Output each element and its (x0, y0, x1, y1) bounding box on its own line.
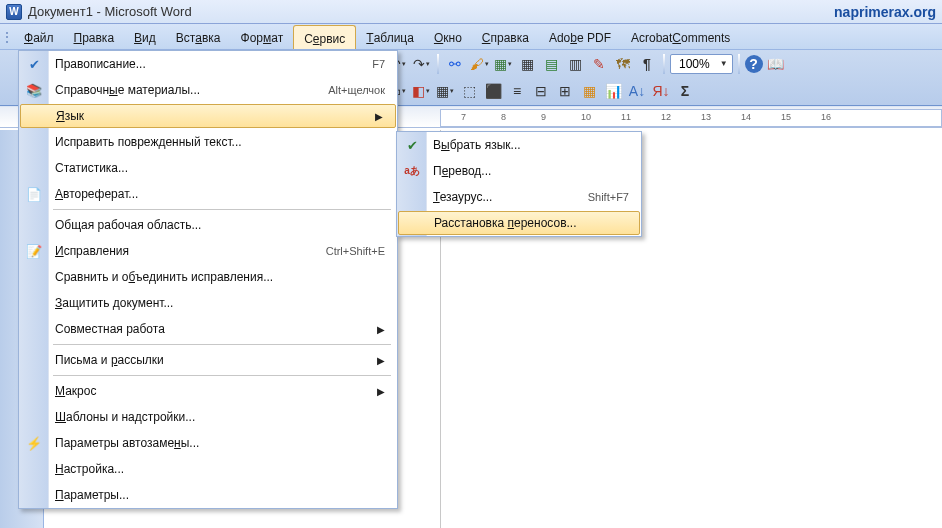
menu-item-fix-text[interactable]: Исправить поврежденный текст... (19, 129, 397, 155)
split-cells-button[interactable]: ⬛ (482, 80, 504, 102)
menu-item-options[interactable]: Параметры... (19, 482, 397, 508)
menu-item-letters-mailings[interactable]: Письма и рассылки ▶ (19, 347, 397, 373)
chart-button[interactable]: 📊 (602, 80, 624, 102)
autosum-button[interactable]: Σ (674, 80, 696, 102)
menu-item-compare-merge[interactable]: Сравнить и объединить исправления... (19, 264, 397, 290)
sort-desc-button[interactable]: Я↓ (650, 80, 672, 102)
drawing-button[interactable]: ✎ (588, 53, 610, 75)
translate-icon: aあ (403, 162, 421, 180)
submenu-arrow-icon: ▶ (377, 386, 385, 397)
toolbar-separator (437, 54, 439, 74)
submenu-arrow-icon: ▶ (377, 324, 385, 335)
menu-item-autosummary[interactable]: 📄 Автореферат... (19, 181, 397, 207)
menu-service[interactable]: Сервис (293, 25, 356, 49)
chevron-down-icon: ▼ (720, 59, 728, 68)
menu-item-macro[interactable]: Макрос ▶ (19, 378, 397, 404)
menu-item-translate[interactable]: aあ Перевод... (397, 158, 641, 184)
menu-bar: Файл Правка Вид Вставка Формат Сервис Та… (0, 24, 942, 50)
tables-borders-button[interactable]: ▦ (492, 53, 514, 75)
distribute-cols-button[interactable]: ⊞ (554, 80, 576, 102)
menu-item-shared-workspace[interactable]: Общая рабочая область... (19, 212, 397, 238)
sort-asc-button[interactable]: A↓ (626, 80, 648, 102)
hyperlink-button[interactable]: ⚯ (444, 53, 466, 75)
show-hide-button[interactable]: ¶ (636, 53, 658, 75)
menu-item-reference[interactable]: 📚 Справочные материалы... Alt+щелчок (19, 77, 397, 103)
lightning-icon: ⚡ (25, 434, 43, 452)
menu-edit[interactable]: Правка (64, 24, 125, 49)
menu-item-hyphenation[interactable]: Расстановка переносов... (398, 211, 640, 235)
insert-table-button[interactable]: ▦ (516, 53, 538, 75)
menu-item-templates-addins[interactable]: Шаблоны и надстройки... (19, 404, 397, 430)
read-mode-button[interactable]: 📖 (765, 53, 787, 75)
toolbar-separator (663, 54, 665, 74)
menu-item-choose-language[interactable]: ✔ Выбрать язык... (397, 132, 641, 158)
toolbar-separator (738, 54, 740, 74)
distribute-rows-button[interactable]: ⊟ (530, 80, 552, 102)
redo-button[interactable]: ↷ (410, 53, 432, 75)
menu-grip[interactable] (4, 24, 10, 49)
help-button[interactable]: ? (745, 55, 763, 73)
document-title: Документ1 - Microsoft Word (28, 4, 192, 19)
book-icon: 📚 (25, 81, 43, 99)
align-button[interactable]: ≡ (506, 80, 528, 102)
menu-help[interactable]: Справка (472, 24, 539, 49)
menu-window[interactable]: Окно (424, 24, 472, 49)
document-map-button[interactable]: 🗺 (612, 53, 634, 75)
watermark-brand: naprimerax.org (834, 4, 936, 20)
menu-item-spelling[interactable]: ✔ Правописание... F7 (19, 51, 397, 77)
menu-view[interactable]: Вид (124, 24, 166, 49)
spellcheck-icon: ✔ (25, 55, 43, 73)
menu-item-statistics[interactable]: Статистика... (19, 155, 397, 181)
title-bar: W Документ1 - Microsoft Word naprimerax.… (0, 0, 942, 24)
menu-acrobat-comments[interactable]: Acrobat Comments (621, 24, 740, 49)
menu-item-collaboration[interactable]: Совместная работа ▶ (19, 316, 397, 342)
columns-button[interactable]: ▥ (564, 53, 586, 75)
zoom-combo[interactable]: 100% ▼ (670, 54, 733, 74)
format-painter-button[interactable]: 🖌 (468, 53, 490, 75)
submenu-arrow-icon: ▶ (377, 355, 385, 366)
word-app-icon: W (6, 4, 22, 20)
menu-insert[interactable]: Вставка (166, 24, 231, 49)
menu-format[interactable]: Формат (231, 24, 294, 49)
merge-cells-button[interactable]: ⬚ (458, 80, 480, 102)
language-submenu-panel: ✔ Выбрать язык... aあ Перевод... Тезаурус… (396, 131, 642, 237)
menu-item-customize[interactable]: Настройка... (19, 456, 397, 482)
menu-item-autocorrect-options[interactable]: ⚡ Параметры автозамены... (19, 430, 397, 456)
menu-item-track-changes[interactable]: 📝 Исправления Ctrl+Shift+E (19, 238, 397, 264)
menu-file[interactable]: Файл (14, 24, 64, 49)
service-menu-panel: ✔ Правописание... F7 📚 Справочные матери… (18, 50, 398, 509)
autosummary-icon: 📄 (25, 185, 43, 203)
shading-button[interactable]: ◧ (410, 80, 432, 102)
globe-check-icon: ✔ (403, 136, 421, 154)
menu-item-thesaurus[interactable]: Тезаурус... Shift+F7 (397, 184, 641, 210)
autoformat-button[interactable]: ▦ (578, 80, 600, 102)
menu-item-language[interactable]: Язык ▶ (20, 104, 396, 128)
menu-table[interactable]: Таблица (356, 24, 424, 49)
menu-item-protect-document[interactable]: Защитить документ... (19, 290, 397, 316)
insert-table-dropdown[interactable]: ▦ (434, 80, 456, 102)
track-changes-icon: 📝 (25, 242, 43, 260)
menu-adobe-pdf[interactable]: Adobe PDF (539, 24, 621, 49)
zoom-value: 100% (679, 57, 710, 71)
excel-button[interactable]: ▤ (540, 53, 562, 75)
submenu-arrow-icon: ▶ (375, 111, 383, 122)
